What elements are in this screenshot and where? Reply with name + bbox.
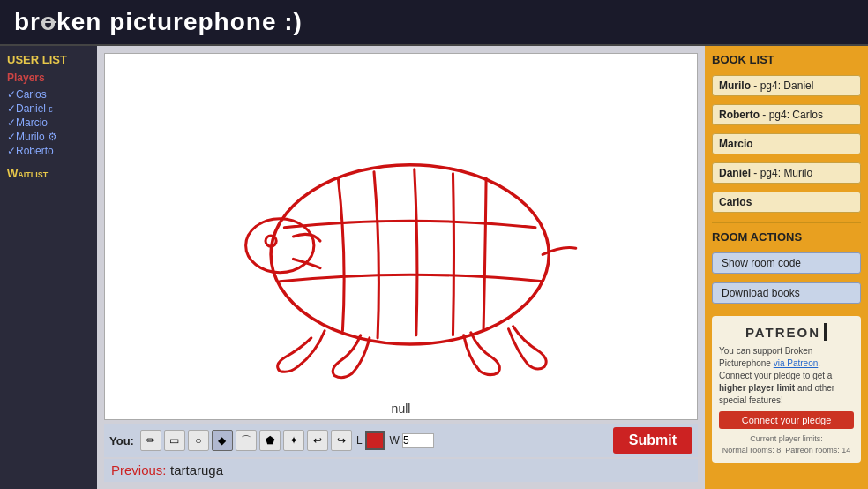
book-item-roberto: Roberto - pg4: Carlos [712, 104, 861, 125]
app-title: broken picturephone :) [14, 8, 303, 36]
player-roberto: ✓Roberto [7, 144, 90, 158]
right-sidebar: Book List Murilo - pg4: Daniel Roberto -… [705, 46, 868, 489]
color-picker[interactable] [365, 431, 385, 450]
patreon-link[interactable]: via Patreon [774, 358, 819, 368]
show-room-code-button[interactable]: Show room code [712, 252, 861, 274]
player-daniel: ✓Daniel ε [7, 102, 90, 116]
ellipse-tool[interactable]: ○ [188, 430, 209, 451]
submit-button[interactable]: Submit [613, 427, 692, 454]
eraser-tool[interactable]: ✦ [283, 430, 304, 451]
book-item-carlos: Carlos [712, 192, 861, 213]
title-strike: o [41, 8, 56, 35]
patreon-connect-button[interactable]: Connect your pledge [719, 411, 854, 429]
download-books-button[interactable]: Download books [712, 282, 861, 304]
you-label: You: [109, 434, 134, 448]
title-text: broken picturephone :) [14, 8, 303, 35]
book-list-title: Book List [712, 53, 861, 66]
pencil-tool[interactable]: ✏ [140, 430, 161, 451]
fill-tool[interactable]: ◆ [212, 430, 233, 451]
patreon-title: PATREON [745, 325, 820, 340]
user-list-title: User List [7, 53, 90, 66]
weight-input[interactable] [402, 433, 434, 448]
undo-tool[interactable]: ↩ [307, 430, 328, 451]
players-section-label: Players [7, 71, 90, 84]
patreon-limits: Current player limits: Normal rooms: 8, … [719, 433, 854, 455]
book-item-marcio: Marcio [712, 133, 861, 154]
book-item-daniel: Daniel - pg4: Murilo [712, 162, 861, 184]
path-tool[interactable]: ⌒ [236, 430, 257, 451]
weight-label: W [390, 434, 400, 447]
canvas-svg[interactable] [105, 54, 697, 419]
patreon-description: You can support Broken Picturephone via … [719, 345, 854, 407]
drawing-canvas[interactable]: null [104, 53, 698, 420]
player-carlos: ✓Carlos [7, 87, 90, 102]
canvas-null-label: null [388, 402, 415, 416]
player-marcio: ✓Marcio [7, 116, 90, 130]
bucket-tool[interactable]: ⬟ [259, 430, 281, 451]
center-area: null You: ✏ ▭ ○ ◆ ⌒ ⬟ ✦ ↩ ↪ L W Submit P… [97, 46, 705, 489]
previous-bar: Previous: tartaruga [104, 459, 698, 482]
player-murilo: ✓Murilo ⚙ [7, 130, 90, 144]
previous-label: Previous: [111, 463, 167, 478]
drawing-toolbar: You: ✏ ▭ ○ ◆ ⌒ ⬟ ✦ ↩ ↪ L W Submit [104, 424, 698, 457]
patreon-section: PATREON You can support Broken Pictureph… [712, 316, 861, 463]
left-sidebar: User List Players ✓Carlos ✓Daniel ε ✓Mar… [0, 46, 97, 489]
line-label: L [356, 434, 363, 447]
main-layout: User List Players ✓Carlos ✓Daniel ε ✓Mar… [0, 46, 868, 489]
book-item-murilo: Murilo - pg4: Daniel [712, 75, 861, 96]
redo-tool[interactable]: ↪ [331, 430, 352, 451]
header: broken picturephone :) [0, 0, 868, 46]
patreon-bar-icon [824, 323, 827, 341]
divider-1 [712, 222, 861, 223]
previous-word: tartaruga [170, 463, 223, 478]
waitlist-title: Waitlist [7, 167, 90, 180]
room-actions-title: Room Actions [712, 230, 861, 244]
rect-tool[interactable]: ▭ [164, 430, 185, 451]
